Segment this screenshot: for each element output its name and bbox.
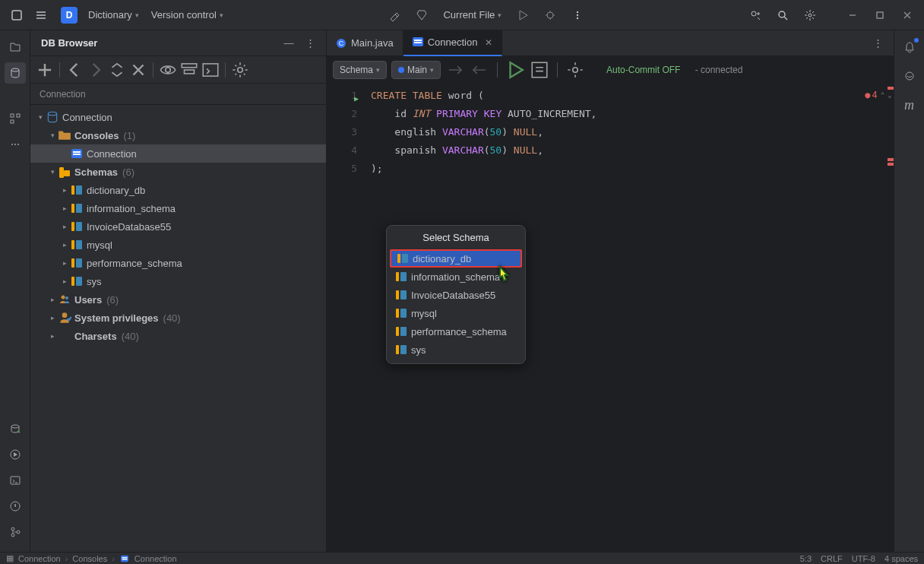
tree-schema-item[interactable]: ▸dictionary_db xyxy=(30,181,326,199)
minimize-icon[interactable] xyxy=(842,5,863,26)
more-tools-icon[interactable] xyxy=(5,134,26,155)
run-icon[interactable] xyxy=(512,5,533,26)
popup-item[interactable]: InvoiceDatabase55 xyxy=(387,286,525,304)
encoding[interactable]: UTF-8 xyxy=(852,554,875,563)
more-actions-icon[interactable] xyxy=(567,5,588,26)
tx-commit-icon[interactable] xyxy=(445,60,465,80)
chevron-down-icon: ▾ xyxy=(35,113,46,121)
schema-selector-button[interactable]: Schema ▾ xyxy=(333,61,387,79)
main-menu-icon[interactable] xyxy=(30,5,52,26)
search-icon[interactable] xyxy=(772,5,793,26)
structure-icon[interactable] xyxy=(5,108,26,129)
tx-rollback-icon[interactable] xyxy=(470,60,489,80)
ai-assistant-icon[interactable] xyxy=(899,65,920,87)
close-tab-icon[interactable]: ✕ xyxy=(485,37,492,48)
panel-minimize-icon[interactable]: — xyxy=(279,33,299,53)
popup-item[interactable]: information_schema xyxy=(387,268,525,286)
breadcrumb-item: Consoles xyxy=(72,554,107,563)
run-config-dropdown[interactable]: Current File ▾ xyxy=(438,6,506,24)
popup-item-label: sys xyxy=(411,344,426,356)
tab-main-java[interactable]: C Main.java xyxy=(327,30,403,56)
popup-item[interactable]: mysql xyxy=(387,304,525,322)
error-marker[interactable] xyxy=(888,87,894,90)
popup-item[interactable]: performance_schema xyxy=(387,322,525,341)
filter-icon[interactable] xyxy=(179,60,199,80)
forward-icon[interactable] xyxy=(86,60,106,80)
svg-point-7 xyxy=(808,14,812,17)
svg-point-9 xyxy=(11,68,19,71)
tree-schema-item[interactable]: ▸mysql xyxy=(30,236,326,254)
stop-icon[interactable] xyxy=(128,60,148,80)
chevron-down-icon: ▾ xyxy=(376,66,380,74)
tab-connection[interactable]: Connection ✕ xyxy=(403,30,503,56)
tree-consoles[interactable]: ▾ Consoles (1) xyxy=(30,126,326,144)
tree-schema-item[interactable]: ▸information_schema xyxy=(30,199,326,217)
version-control-label: Version control xyxy=(151,9,217,21)
svg-rect-24 xyxy=(182,63,197,67)
editor-settings-icon[interactable] xyxy=(565,60,585,80)
cursor-position[interactable]: 5:3 xyxy=(800,554,812,563)
services-icon[interactable] xyxy=(5,418,26,439)
debug-icon[interactable] xyxy=(540,5,561,26)
svg-point-14 xyxy=(14,144,16,145)
tree-schema-item[interactable]: ▸sys xyxy=(30,272,326,290)
build-icon[interactable] xyxy=(411,5,432,26)
toolbar-settings-icon[interactable] xyxy=(230,60,250,80)
tree-users[interactable]: ▸ Users (6) xyxy=(30,290,326,309)
add-icon[interactable] xyxy=(35,60,55,80)
problems-icon[interactable] xyxy=(5,496,26,517)
tree-schema-item[interactable]: ▸performance_schema xyxy=(30,254,326,272)
execute-icon[interactable] xyxy=(505,60,525,80)
settings-icon[interactable] xyxy=(799,5,821,26)
code-with-me-icon[interactable] xyxy=(745,5,766,26)
console-icon[interactable] xyxy=(201,60,220,80)
schema-icon xyxy=(70,184,84,196)
project-badge[interactable]: D xyxy=(61,7,78,24)
separator xyxy=(153,62,153,78)
tab-options-icon[interactable]: ⋮ xyxy=(868,33,888,53)
back-icon[interactable] xyxy=(65,60,84,80)
view-icon[interactable] xyxy=(158,60,178,80)
version-control-dropdown[interactable]: Version control ▾ xyxy=(147,6,228,24)
project-name-dropdown[interactable]: Dictionary ▾ xyxy=(84,6,144,24)
tree-schemas[interactable]: ▾ Schemas (6) xyxy=(30,163,326,181)
vcs-icon[interactable] xyxy=(5,521,26,543)
session-selector-button[interactable]: Main ▾ xyxy=(391,61,441,79)
hammer-icon[interactable] xyxy=(384,5,405,26)
console-file-icon xyxy=(70,147,84,160)
indent-info[interactable]: 4 spaces xyxy=(884,554,918,563)
line-ending[interactable]: CRLF xyxy=(821,554,843,563)
statusbar-breadcrumb[interactable]: ▦ Connection › Consoles › Connection xyxy=(6,553,177,563)
svg-rect-34 xyxy=(532,62,547,78)
popup-item-label: mysql xyxy=(411,308,437,319)
maven-icon[interactable]: m xyxy=(899,94,920,116)
run-tool-icon[interactable] xyxy=(5,444,26,465)
svg-text:C: C xyxy=(339,40,344,47)
terminal-icon[interactable] xyxy=(5,470,26,491)
maximize-icon[interactable] xyxy=(869,5,891,26)
project-icon[interactable] xyxy=(5,36,26,58)
notifications-icon[interactable] xyxy=(899,36,920,58)
popup-item[interactable]: sys xyxy=(387,341,525,359)
schema-icon xyxy=(70,202,84,214)
tree-schema-item[interactable]: ▸InvoiceDatabase55 xyxy=(30,217,326,236)
error-marker[interactable] xyxy=(888,158,894,161)
tree-connection-root[interactable]: ▾ Connection xyxy=(30,108,326,126)
close-window-icon[interactable] xyxy=(897,5,918,26)
collapse-icon[interactable] xyxy=(107,60,127,80)
explain-icon[interactable] xyxy=(530,60,549,80)
chevron-right-icon: ▸ xyxy=(47,332,58,340)
tree-charsets[interactable]: ▸ Charsets (40) xyxy=(30,327,326,345)
chevron-up-icon[interactable]: ⌃ xyxy=(881,86,884,104)
app-logo-icon[interactable] xyxy=(6,5,27,26)
gutter-run-icon[interactable]: ▶ xyxy=(354,90,359,108)
panel-options-icon[interactable]: ⋮ xyxy=(300,33,320,53)
db-browser-icon[interactable] xyxy=(5,62,26,84)
schemas-icon xyxy=(58,166,71,178)
tree-console-item[interactable]: Connection xyxy=(30,144,326,163)
popup-item-dictionary-db[interactable]: dictionary_db xyxy=(390,249,522,268)
error-marker[interactable] xyxy=(888,163,894,166)
tree-privileges[interactable]: ▸ System privileges (40) xyxy=(30,309,326,327)
breadcrumb-db-icon: ▦ xyxy=(6,553,14,563)
popup-item-label: dictionary_db xyxy=(413,253,471,265)
